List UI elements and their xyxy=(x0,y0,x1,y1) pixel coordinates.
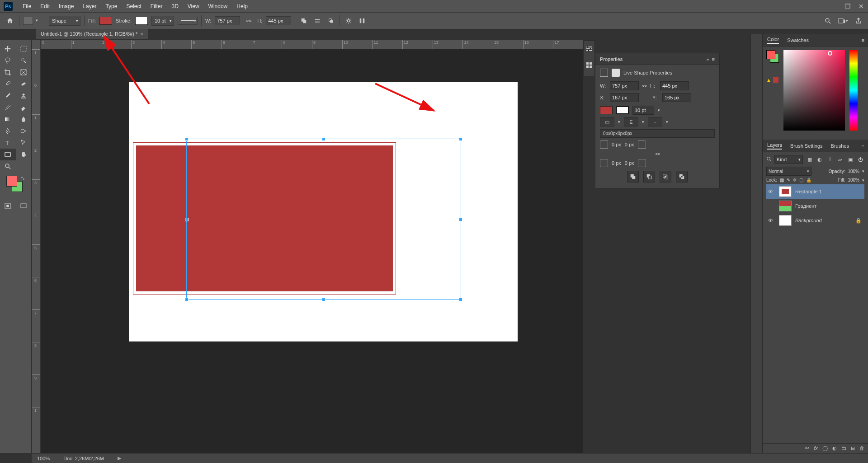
quick-selection-tool[interactable] xyxy=(16,55,32,66)
link-corners-icon[interactable]: ⚯ xyxy=(656,151,660,157)
home-button[interactable] xyxy=(5,15,15,26)
pathop-intersect-button[interactable] xyxy=(660,171,671,182)
brushes-tab[interactable]: Brushes xyxy=(831,143,849,149)
rectangle-shape[interactable] xyxy=(133,143,396,294)
search-icon[interactable] xyxy=(766,156,772,163)
history-brush-tool[interactable] xyxy=(0,102,16,113)
dodge-tool[interactable] xyxy=(16,125,32,137)
vertical-ruler[interactable]: 101234567891 xyxy=(32,49,41,453)
height-input[interactable]: 445 px xyxy=(266,16,291,25)
adjustments-panel-icon[interactable] xyxy=(584,41,594,57)
layer-item[interactable]: 👁 Rectangle 1 xyxy=(766,184,864,199)
prop-x-input[interactable]: 167 px xyxy=(610,93,639,102)
lock-artboard-icon[interactable]: ▢ xyxy=(799,178,803,182)
hue-slider[interactable] xyxy=(849,50,858,131)
properties-panel-header[interactable]: Properties »≡ xyxy=(595,53,719,65)
layer-name[interactable]: Background xyxy=(795,218,822,223)
filter-pixel-icon[interactable]: ▦ xyxy=(806,155,813,164)
document-info-menu-icon[interactable]: ▶ xyxy=(118,455,121,461)
panel-menu-icon[interactable]: ≡ xyxy=(862,143,864,149)
spot-healing-tool[interactable] xyxy=(16,78,32,90)
layer-name[interactable]: Градиент xyxy=(795,203,816,209)
corner-bl-input[interactable]: 0 px xyxy=(612,160,621,166)
menu-image[interactable]: Image xyxy=(54,3,78,9)
menu-filter[interactable]: Filter xyxy=(146,3,167,9)
stroke-style-select[interactable] xyxy=(178,17,198,25)
lasso-tool[interactable] xyxy=(0,55,16,66)
window-close-button[interactable]: ✕ xyxy=(854,2,868,11)
horizontal-ruler[interactable]: 01234567891011121314151617 xyxy=(41,40,583,49)
layer-item[interactable]: 👁 Background 🔒 xyxy=(766,213,864,228)
layer-thumbnail[interactable] xyxy=(779,186,792,197)
lock-transparency-icon[interactable]: ▦ xyxy=(780,178,784,182)
menu-3d[interactable]: 3D xyxy=(167,3,183,9)
menu-file[interactable]: File xyxy=(18,3,36,9)
lock-all-icon[interactable]: 🔒 xyxy=(806,178,811,182)
filter-smart-icon[interactable]: ▣ xyxy=(847,155,854,164)
gamut-warning-icon[interactable]: ▲ xyxy=(766,77,771,83)
corner-tr-input[interactable]: 0 px xyxy=(625,142,634,147)
share-icon[interactable] xyxy=(854,16,863,26)
search-icon[interactable] xyxy=(823,16,833,26)
workspace-switcher-button[interactable]: ▾ xyxy=(838,16,848,26)
path-arrangement-button[interactable] xyxy=(326,16,336,26)
layer-mask-icon[interactable]: ◯ xyxy=(822,445,828,451)
link-wh-icon[interactable]: ⚯ xyxy=(642,83,646,89)
filter-toggle-icon[interactable]: ⏻ xyxy=(857,155,864,164)
prop-width-input[interactable]: 757 px xyxy=(610,81,639,90)
hand-tool[interactable] xyxy=(16,149,32,160)
opacity-value[interactable]: 100% xyxy=(848,169,859,174)
new-group-icon[interactable]: 🗀 xyxy=(841,445,846,451)
path-selection-tool[interactable] xyxy=(16,137,32,149)
menu-help[interactable]: Help xyxy=(232,3,252,9)
prop-height-input[interactable]: 445 px xyxy=(660,81,689,90)
link-layers-icon[interactable]: ⚯ xyxy=(805,445,809,451)
stroke-corners-select[interactable]: ⌐ xyxy=(648,117,662,126)
window-minimize-button[interactable]: — xyxy=(827,2,841,11)
zoom-tool[interactable] xyxy=(0,160,16,172)
color-panel-swatches[interactable] xyxy=(766,50,779,63)
swatches-tab[interactable]: Swatches xyxy=(787,37,809,43)
move-tool[interactable] xyxy=(0,43,16,55)
shape-mode-select[interactable]: Shape xyxy=(49,16,80,26)
width-input[interactable]: 757 px xyxy=(215,16,240,25)
foreground-background-colors[interactable] xyxy=(6,176,24,194)
lock-position-icon[interactable]: ✥ xyxy=(793,178,797,182)
fill-color-swatch[interactable] xyxy=(99,17,112,25)
foreground-color-swatch[interactable] xyxy=(6,176,17,187)
filter-type-icon[interactable]: T xyxy=(826,155,834,164)
path-operations-button[interactable] xyxy=(299,16,309,26)
panel-dock-strip[interactable] xyxy=(750,34,762,453)
window-restore-button[interactable]: ❐ xyxy=(841,2,854,11)
layer-name[interactable]: Rectangle 1 xyxy=(795,189,822,194)
styles-panel-icon[interactable] xyxy=(584,57,594,73)
edit-toolbar-button[interactable]: ⋯ xyxy=(16,160,32,172)
menu-select[interactable]: Select xyxy=(122,3,146,9)
eraser-tool[interactable] xyxy=(16,102,32,113)
align-edges-button[interactable] xyxy=(357,16,367,26)
swap-colors-icon[interactable] xyxy=(20,176,25,181)
lock-icon[interactable]: 🔒 xyxy=(855,218,862,224)
eyedropper-tool[interactable] xyxy=(0,78,16,90)
frame-tool[interactable] xyxy=(16,66,32,78)
pathop-subtract-button[interactable] xyxy=(643,171,655,182)
corner-radius-summary[interactable]: 0px0px0px0px xyxy=(600,129,715,138)
color-panel-fg-swatch[interactable] xyxy=(766,50,775,59)
brush-tool[interactable] xyxy=(0,90,16,102)
collapse-panel-icon[interactable]: » xyxy=(706,56,709,62)
new-adjustment-icon[interactable]: ◐ xyxy=(832,445,837,451)
stroke-caps-select[interactable]: E xyxy=(624,117,638,126)
panel-menu-icon[interactable]: ≡ xyxy=(712,56,715,62)
type-tool[interactable]: T xyxy=(0,137,16,149)
menu-layer[interactable]: Layer xyxy=(78,3,101,9)
tool-preset-picker[interactable] xyxy=(23,17,33,25)
menu-window[interactable]: Window xyxy=(204,3,232,9)
menu-type[interactable]: Type xyxy=(101,3,122,9)
layer-filter-kind-select[interactable]: Kind xyxy=(774,155,803,164)
stroke-width-input[interactable]: 10 pt xyxy=(151,16,174,26)
rectangular-marquee-tool[interactable] xyxy=(16,43,32,55)
fill-opacity-value[interactable]: 100% xyxy=(848,178,859,182)
menu-view[interactable]: View xyxy=(183,3,204,9)
link-dimensions-icon[interactable]: ⚯ xyxy=(244,16,254,26)
layer-item[interactable]: Градиент xyxy=(766,199,864,213)
